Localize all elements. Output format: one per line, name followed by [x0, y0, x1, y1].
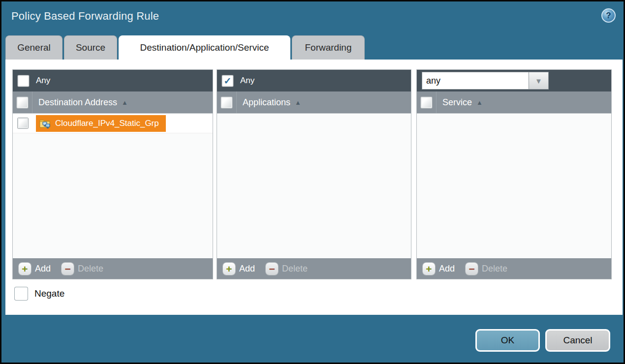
tab-source[interactable]: Source [64, 35, 117, 60]
table-row[interactable]: Cloudflare_IPv4_Static_Grp [13, 114, 213, 133]
pbf-rule-dialog: Policy Based Forwarding Rule ? General S… [0, 0, 625, 364]
service-type-bar: any ▼ [417, 70, 611, 91]
sort-asc-icon: ▲ [122, 99, 128, 106]
applications-any-bar: ✓ Any [217, 70, 411, 91]
add-button[interactable]: + Add [423, 263, 455, 275]
destination-any-bar: Any [13, 70, 213, 91]
destination-list: Cloudflare_IPv4_Static_Grp [13, 113, 213, 258]
service-panel: any ▼ Service ▲ + Add − Delete [416, 69, 612, 279]
applications-any-label: Any [240, 76, 254, 86]
delete-icon: − [62, 263, 74, 275]
delete-button[interactable]: − Delete [266, 263, 308, 275]
destination-address-panel: Any Destination Address ▲ [12, 69, 213, 279]
ok-button[interactable]: OK [475, 329, 540, 352]
row-checkbox-cell [13, 118, 32, 128]
destination-any-checkbox[interactable] [18, 75, 29, 87]
service-select-all-checkbox[interactable] [421, 97, 432, 108]
negate-option: Negate [15, 287, 64, 300]
row-checkbox[interactable] [18, 118, 28, 128]
address-group-entry[interactable]: Cloudflare_IPv4_Static_Grp [36, 115, 166, 132]
destination-select-all-cell [13, 91, 32, 113]
service-header-label: Service [442, 97, 472, 108]
service-select-all-cell [417, 91, 437, 113]
applications-header-label: Applications [243, 97, 290, 108]
negate-label: Negate [34, 288, 64, 299]
tab-forwarding[interactable]: Forwarding [292, 35, 365, 60]
delete-icon: − [466, 263, 478, 275]
add-icon: + [423, 263, 435, 275]
service-type-dropdown[interactable]: any ▼ [422, 72, 549, 90]
help-icon[interactable]: ? [601, 8, 616, 23]
add-button[interactable]: + Add [223, 263, 255, 275]
destination-select-all-checkbox[interactable] [17, 97, 28, 108]
service-type-value: any [422, 72, 529, 90]
tab-bar: General Source Destination/Application/S… [5, 35, 366, 60]
applications-select-all-checkbox[interactable] [221, 97, 232, 108]
destination-toolbar: + Add − Delete [13, 258, 213, 279]
destination-header-label: Destination Address [38, 97, 117, 108]
applications-toolbar: + Add − Delete [217, 258, 411, 279]
applications-column-header[interactable]: Applications ▲ [217, 91, 411, 113]
applications-panel: ✓ Any Applications ▲ + Add − Delete [217, 69, 411, 279]
service-column-header[interactable]: Service ▲ [417, 91, 611, 113]
tab-content-panel: Any Destination Address ▲ [5, 60, 623, 315]
sort-asc-icon: ▲ [476, 99, 483, 106]
service-toolbar: + Add − Delete [417, 258, 611, 279]
address-group-icon [39, 118, 51, 128]
address-group-name: Cloudflare_IPv4_Static_Grp [55, 119, 159, 128]
chevron-down-icon[interactable]: ▼ [529, 72, 549, 90]
applications-any-checkbox[interactable]: ✓ [222, 75, 233, 87]
add-button[interactable]: + Add [19, 263, 51, 275]
negate-checkbox[interactable] [15, 287, 28, 300]
tab-general[interactable]: General [5, 35, 62, 60]
sort-asc-icon: ▲ [295, 99, 301, 106]
applications-list [217, 113, 411, 258]
delete-icon: − [266, 263, 278, 275]
tab-destination-application-service[interactable]: Destination/Application/Service [119, 35, 290, 60]
service-list [417, 113, 611, 258]
page-title: Policy Based Forwarding Rule [11, 10, 159, 23]
help-glyph: ? [606, 11, 611, 21]
add-icon: + [223, 263, 235, 275]
destination-column-header[interactable]: Destination Address ▲ [13, 91, 213, 113]
applications-select-all-cell [217, 91, 237, 113]
destination-any-label: Any [36, 76, 50, 86]
add-icon: + [19, 263, 31, 275]
cancel-button[interactable]: Cancel [545, 329, 610, 352]
delete-button[interactable]: − Delete [466, 263, 507, 275]
delete-button[interactable]: − Delete [62, 263, 103, 275]
